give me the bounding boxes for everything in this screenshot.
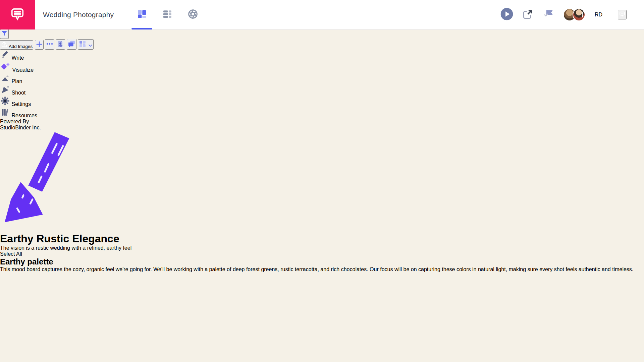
moodboard-grid: Earthy palette This mood board captures …: [0, 257, 644, 362]
company-link[interactable]: StudioBinder Inc.: [0, 125, 644, 131]
share-export-button[interactable]: [522, 8, 534, 21]
pdf-download-icon: PDF: [56, 44, 64, 49]
board-comments-button[interactable]: [67, 39, 76, 50]
more-options-button[interactable]: [45, 39, 54, 50]
speech-bubble-icon: [619, 14, 626, 19]
sidebar-item-label: Write: [11, 55, 24, 61]
diamonds-icon: [0, 67, 12, 73]
books-icon: [0, 113, 11, 118]
sidebar-item-label: Resources: [11, 113, 37, 118]
moodboard-canvas: Earthy Rustic Elegance The vision is a r…: [0, 131, 644, 362]
card-heading: Earthy palette: [0, 257, 644, 266]
approvals-flag-button[interactable]: [542, 8, 555, 21]
add-item-button[interactable]: [35, 40, 44, 50]
sidebar-item-visualize[interactable]: Visualize: [0, 61, 644, 73]
sidebar-item-plan[interactable]: Plan: [0, 73, 644, 84]
board-column: Earthy palette This mood board captures …: [0, 257, 644, 362]
sidebar-footer: Powered By StudioBinder Inc.: [0, 119, 644, 131]
chevron-down-icon: [88, 44, 93, 49]
svg-text:PDF: PDF: [59, 45, 63, 47]
upload-icon: [1, 44, 9, 49]
sidebar-item-settings[interactable]: Settings: [0, 96, 644, 107]
sidebar-item-label: Visualize: [12, 67, 34, 73]
filter-funnel-icon: [1, 33, 8, 38]
annotation-arrow: [0, 131, 644, 233]
speech-bubble-logo-icon: [9, 5, 26, 24]
export-pdf-button[interactable]: PDF: [56, 39, 65, 50]
sidebar-item-shoot[interactable]: Shoot: [0, 84, 644, 96]
megaphone-icon: [0, 90, 11, 96]
play-presentation-button[interactable]: [500, 7, 514, 22]
select-all-row: Select All: [0, 251, 644, 257]
sidebar-item-label: Plan: [11, 78, 22, 84]
pen-icon: [0, 55, 11, 61]
mountain-icon: [0, 78, 11, 84]
moodboard-grid-icon: [137, 9, 147, 21]
filter-button[interactable]: [0, 29, 9, 39]
add-images-button[interactable]: Add Images: [0, 40, 33, 50]
plus-icon: [36, 44, 43, 49]
project-title: Wedding Photography: [43, 11, 114, 19]
gear-icon: [0, 101, 11, 107]
layout-switcher-button[interactable]: [78, 39, 94, 50]
powered-by-text: Powered By: [0, 119, 644, 125]
topbar-actions: RD: [500, 7, 644, 22]
top-bar: Wedding Photography: [0, 0, 644, 29]
flag-check-icon: [542, 8, 555, 21]
share-icon: [522, 8, 534, 21]
tab-moodboard-view[interactable]: [129, 0, 155, 29]
studiobinder-bot-avatar: [602, 10, 610, 19]
tab-list-view[interactable]: [155, 0, 180, 29]
sidebar-item-label: Settings: [11, 101, 31, 107]
sidebar-item-write[interactable]: Write: [0, 50, 644, 61]
collaborator-avatar-initials: RD: [595, 12, 602, 18]
app-sidebar: Write Visualize Plan Shoot: [0, 50, 644, 131]
list-grid-icon: [162, 9, 173, 21]
view-tabs: [129, 0, 206, 29]
add-images-label: Add Images: [9, 44, 33, 49]
board-title: Earthy Rustic Elegance: [0, 233, 644, 245]
tab-camera-view[interactable]: [180, 0, 206, 29]
sidebar-item-resources[interactable]: Resources: [0, 107, 644, 119]
sidebar-item-label: Shoot: [11, 90, 25, 96]
studiobinder-logo[interactable]: [0, 0, 35, 29]
comments-panel-button[interactable]: [618, 10, 627, 19]
play-icon: [500, 7, 514, 22]
board-subtitle: The vision is a rustic wedding with a re…: [0, 245, 644, 251]
collaborator-avatars[interactable]: RD: [563, 8, 610, 21]
collaborator-avatar: [582, 8, 595, 21]
grid-layout-icon: [78, 44, 88, 49]
chat-bubble-icon: [67, 44, 76, 49]
text-card-earthy-palette[interactable]: Earthy palette This mood board captures …: [0, 257, 644, 362]
aperture-icon: [187, 9, 198, 21]
select-all-label: Select All: [0, 251, 22, 257]
ellipsis-icon: [46, 44, 54, 49]
card-body-text: This mood board captures the cozy, organ…: [0, 266, 644, 273]
